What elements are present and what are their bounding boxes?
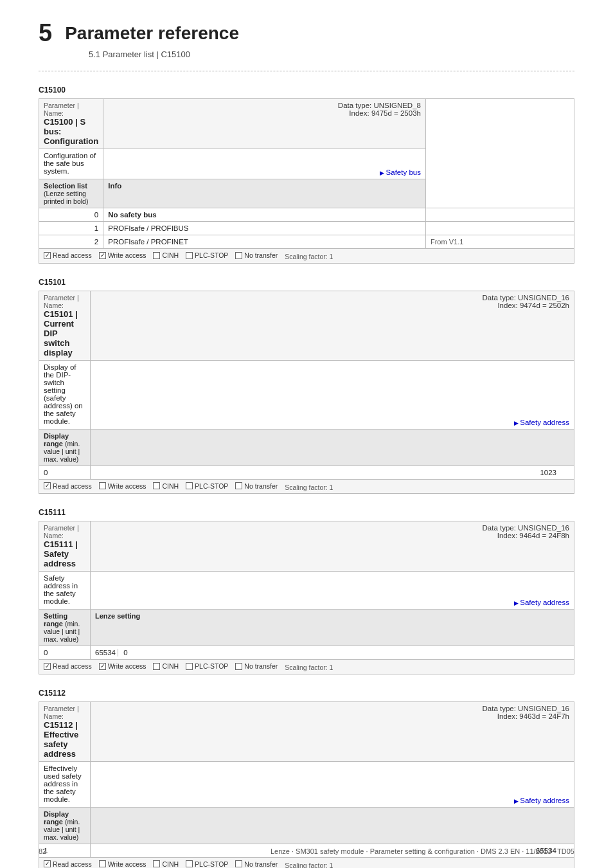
- footer-row: Read access Write access CINH PLC-STOP N…: [39, 249, 574, 264]
- cinh-label: CINH: [153, 662, 179, 670]
- cinh-text: CINH: [162, 482, 179, 490]
- param-table-C15100: Parameter | Name:C15100 | S bus: Configu…: [39, 98, 574, 264]
- selection-label: PROFIsafe / PROFIBUS: [103, 222, 426, 235]
- subheader: 5.1 Parameter list | C15100: [89, 50, 574, 59]
- no-transfer-text: No transfer: [244, 251, 278, 259]
- read-access-text: Read access: [53, 251, 92, 259]
- no-transfer-label: No transfer: [235, 251, 278, 259]
- lenze-setting-val: 0: [118, 649, 127, 656]
- no-transfer-label: No transfer: [235, 662, 278, 670]
- no-transfer-checkbox: [235, 252, 242, 259]
- description-cell: Safety address in the safety module.: [39, 572, 91, 610]
- range-header-row: Selection list (Lenze setting printed in…: [39, 179, 574, 208]
- write-access-label: Write access: [99, 251, 147, 259]
- range-header-row: Display range (min. value | unit | max. …: [39, 807, 574, 844]
- safety-link[interactable]: Safety address: [514, 419, 569, 426]
- page-footer: 82 Lenze · SM301 safety module · Paramet…: [0, 847, 613, 855]
- no-transfer-text: No transfer: [244, 860, 278, 868]
- footer-row: Read access Write access CINH PLC-STOP N…: [39, 479, 574, 494]
- plc-stop-label: PLC-STOP: [186, 482, 228, 490]
- range-max: 65534: [95, 649, 116, 656]
- write-access-text: Write access: [108, 251, 147, 259]
- range-header-col2: [91, 429, 574, 466]
- description-text: Safety address in the safety module.: [44, 574, 78, 605]
- no-transfer-text: No transfer: [244, 662, 278, 670]
- selection-num: 2: [39, 235, 103, 249]
- param-name-bold: C15112 | Effective safety address: [44, 720, 78, 759]
- page-header: 5Parameter reference 5.1 Parameter list …: [39, 19, 574, 59]
- page-number: 82: [39, 847, 46, 855]
- param-header-row: Parameter | Name:C15112 | Effective safe…: [39, 701, 574, 761]
- data-type: Data type: UNSIGNED_16: [482, 294, 569, 302]
- write-access-text: Write access: [108, 860, 147, 868]
- write-access-checkbox: [99, 252, 106, 259]
- plc-stop-text: PLC-STOP: [195, 482, 228, 490]
- write-access-text: Write access: [108, 482, 147, 490]
- data-type: Data type: UNSIGNED_16: [482, 705, 569, 712]
- read-access-text: Read access: [53, 482, 92, 490]
- write-access-label: Write access: [99, 860, 147, 868]
- safety-link[interactable]: Safety address: [514, 797, 569, 804]
- plc-stop-text: PLC-STOP: [195, 860, 228, 868]
- param-table-C15112: Parameter | Name:C15112 | Effective safe…: [39, 701, 574, 869]
- footer-row: Read access Write access CINH PLC-STOP N…: [39, 660, 574, 674]
- parameters-container: C15100Parameter | Name:C15100 | S bus: C…: [39, 86, 574, 868]
- description-text: Display of the DIP-switch setting (safet…: [44, 363, 83, 425]
- section-divider: [39, 71, 574, 71]
- safety-link[interactable]: Safety address: [514, 599, 569, 606]
- footer-row: Read access Write access CINH PLC-STOP N…: [39, 857, 574, 868]
- range-header-col2: Lenze setting: [91, 610, 574, 646]
- info-label: Info: [108, 182, 121, 190]
- safety-link[interactable]: Safety bus: [380, 168, 421, 176]
- cinh-label: CINH: [153, 251, 179, 259]
- description-row: Effectively used safety address in the s…: [39, 761, 574, 807]
- data-type-cell: Data type: UNSIGNED_8Index: 9475d = 2503…: [103, 99, 426, 149]
- param-id-C15111: C15111: [39, 508, 574, 517]
- read-access-checkbox: [44, 663, 51, 670]
- selection-info: [425, 222, 574, 235]
- footer-cell: Read access Write access CINH PLC-STOP N…: [39, 857, 574, 868]
- param-table-C15101: Parameter | Name:C15101 | Current DIP sw…: [39, 291, 574, 494]
- read-access-label: Read access: [44, 251, 92, 259]
- selection-info: [425, 208, 574, 222]
- plc-stop-text: PLC-STOP: [195, 251, 228, 259]
- read-access-text: Read access: [53, 860, 92, 868]
- param-table-C15111: Parameter | Name:C15111 | Safety address…: [39, 521, 574, 674]
- read-access-label: Read access: [44, 662, 92, 670]
- range-max-lenze: 65534 0: [91, 646, 574, 660]
- plc-stop-checkbox: [186, 860, 193, 867]
- index: Index: 9463d = 24F7h: [497, 712, 569, 720]
- footer-cell: Read access Write access CINH PLC-STOP N…: [39, 479, 574, 494]
- selection-row: 0No safety bus: [39, 208, 574, 222]
- range-min: 0: [39, 646, 91, 660]
- index: Index: 9475d = 2503h: [349, 109, 421, 117]
- scaling-factor: Scaling factor: 1: [285, 253, 333, 260]
- doc-info: Lenze · SM301 safety module · Parameter …: [271, 847, 574, 855]
- param-name-label: Parameter | Name:: [44, 294, 79, 309]
- plc-stop-checkbox: [186, 663, 193, 670]
- description-cell: Effectively used safety address in the s…: [39, 761, 91, 807]
- cinh-text: CINH: [162, 860, 179, 868]
- read-access-text: Read access: [53, 662, 92, 670]
- param-name-label: Parameter | Name:: [44, 524, 79, 539]
- scaling-factor: Scaling factor: 1: [285, 861, 333, 868]
- plc-stop-text: PLC-STOP: [195, 662, 228, 670]
- plc-stop-label: PLC-STOP: [186, 860, 228, 868]
- range-max-lenze: 1023: [91, 466, 574, 479]
- param-name-label: Parameter | Name:: [44, 705, 79, 720]
- lenze-setting-label: Lenze setting: [95, 612, 140, 620]
- param-id-C15101: C15101: [39, 278, 574, 287]
- read-access-label: Read access: [44, 482, 92, 490]
- description-text: Configuration of the safe bus system.: [44, 152, 96, 175]
- range-value-row: 01023: [39, 466, 574, 479]
- plc-stop-checkbox: [186, 482, 193, 489]
- param-name-cell: Parameter | Name:C15112 | Effective safe…: [39, 701, 91, 761]
- no-transfer-label: No transfer: [235, 482, 278, 490]
- lenze-default: No safety bus: [108, 211, 156, 219]
- footer-cell: Read access Write access CINH PLC-STOP N…: [39, 660, 574, 674]
- selection-info: From V1.1: [425, 235, 574, 249]
- read-access-checkbox: [44, 482, 51, 489]
- no-transfer-checkbox: [235, 860, 242, 867]
- cinh-label: CINH: [153, 482, 179, 490]
- data-type: Data type: UNSIGNED_16: [482, 524, 569, 532]
